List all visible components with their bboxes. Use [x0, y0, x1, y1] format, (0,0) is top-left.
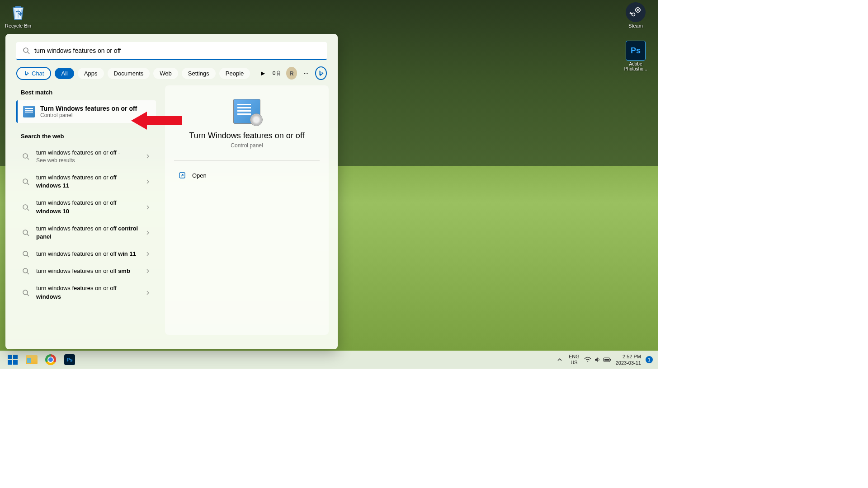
search-icon: [22, 204, 30, 211]
result-detail-pane: Turn Windows features on or off Control …: [165, 85, 329, 335]
control-panel-icon-large: [233, 99, 260, 124]
chevron-right-icon: [145, 179, 151, 184]
taskbar: Ps ENG US 2:52 PM 2023-03-11 1: [0, 351, 658, 369]
steam-icon: [626, 2, 646, 22]
best-match-subtitle: Control panel: [40, 112, 137, 118]
web-result-item[interactable]: turn windows features on or off windows: [16, 280, 156, 305]
tray-expand[interactable]: [555, 352, 564, 367]
search-filters: Chat All Apps Documents Web Settings Peo…: [5, 66, 338, 85]
filter-apps[interactable]: Apps: [78, 68, 104, 79]
svg-line-20: [27, 294, 29, 296]
photoshop-label: Adobe Photosho...: [620, 61, 651, 71]
web-result-item[interactable]: turn windows features on or off control …: [16, 220, 156, 245]
svg-point-17: [23, 268, 28, 273]
filter-all[interactable]: All: [55, 68, 74, 79]
photoshop-shortcut[interactable]: Ps Adobe Photosho...: [620, 41, 651, 71]
steam-label: Steam: [620, 23, 651, 28]
chevron-right-icon: [145, 251, 151, 257]
svg-point-4: [24, 48, 28, 52]
svg-line-8: [27, 158, 29, 160]
start-button[interactable]: [5, 352, 21, 367]
chrome-icon: [45, 354, 56, 365]
recycle-bin-icon: [8, 2, 28, 22]
svg-point-7: [23, 154, 28, 158]
search-icon: [23, 47, 30, 54]
svg-line-14: [27, 234, 29, 236]
svg-point-2: [637, 9, 639, 11]
filter-more-right[interactable]: ▶: [257, 67, 268, 80]
taskbar-explorer[interactable]: [24, 352, 40, 367]
svg-marker-22: [131, 112, 182, 130]
web-result-item[interactable]: turn windows features on or off windows …: [16, 194, 156, 220]
rewards-button[interactable]: 0: [272, 67, 283, 80]
svg-line-16: [27, 255, 29, 257]
chevron-right-icon: [145, 230, 151, 235]
search-icon: [22, 178, 30, 185]
filter-documents[interactable]: Documents: [108, 68, 150, 79]
svg-point-0: [629, 5, 642, 19]
filter-people[interactable]: People: [219, 68, 250, 79]
search-icon: [22, 267, 30, 275]
recycle-bin-label: Recycle Bin: [2, 23, 34, 28]
recycle-bin-shortcut[interactable]: Recycle Bin: [2, 2, 34, 28]
system-tray[interactable]: [584, 357, 611, 363]
taskbar-chrome[interactable]: [42, 352, 59, 367]
web-result-item[interactable]: turn windows features on or off win 11: [16, 245, 156, 263]
more-menu[interactable]: ···: [301, 67, 311, 80]
search-input[interactable]: [34, 47, 321, 54]
volume-icon: [594, 357, 600, 363]
bing-chat-button[interactable]: [315, 66, 327, 80]
detail-title: Turn Windows features on or off: [174, 131, 320, 141]
search-box[interactable]: [16, 42, 327, 60]
open-icon: [179, 172, 186, 179]
svg-point-15: [23, 251, 28, 256]
svg-rect-25: [604, 359, 609, 361]
svg-line-5: [28, 52, 29, 54]
best-match-title: Turn Windows features on or off: [40, 105, 137, 112]
web-result-item[interactable]: turn windows features on or off - See we…: [16, 144, 156, 169]
svg-line-12: [27, 209, 29, 211]
bing-icon: [317, 70, 325, 77]
filter-chat[interactable]: Chat: [16, 67, 51, 80]
battery-icon: [603, 357, 611, 362]
language-indicator[interactable]: ENG US: [569, 354, 580, 366]
chevron-right-icon: [145, 290, 151, 296]
annotation-arrow: [131, 109, 185, 132]
chevron-right-icon: [145, 154, 151, 159]
chevron-right-icon: [145, 268, 151, 274]
svg-line-10: [27, 183, 29, 185]
user-avatar[interactable]: R: [286, 67, 297, 80]
photoshop-icon: Ps: [626, 41, 646, 61]
filter-settings[interactable]: Settings: [182, 68, 216, 79]
taskbar-photoshop[interactable]: Ps: [61, 352, 78, 367]
start-search-panel: Chat All Apps Documents Web Settings Peo…: [5, 34, 338, 349]
svg-point-19: [23, 290, 28, 295]
search-icon: [22, 289, 30, 296]
web-result-item[interactable]: turn windows features on or off smb: [16, 263, 156, 280]
best-match-heading: Best match: [16, 85, 156, 100]
bing-icon: [24, 70, 30, 76]
clock[interactable]: 2:52 PM 2023-03-11: [616, 353, 641, 366]
svg-point-9: [23, 179, 28, 183]
steam-shortcut[interactable]: Steam: [620, 2, 651, 28]
search-icon: [22, 250, 30, 258]
folder-icon: [26, 355, 38, 364]
svg-rect-24: [610, 359, 611, 361]
notification-badge[interactable]: 1: [646, 356, 653, 363]
web-result-item[interactable]: turn windows features on or off windows …: [16, 169, 156, 194]
svg-line-18: [27, 272, 29, 274]
search-icon: [22, 229, 30, 236]
svg-point-11: [23, 205, 28, 209]
open-action[interactable]: Open: [174, 169, 320, 182]
desktop-wallpaper: Recycle Bin Steam Ps Adobe Photosho... C…: [0, 0, 658, 369]
chevron-up-icon: [557, 357, 562, 362]
photoshop-icon: Ps: [64, 354, 75, 365]
wifi-icon: [584, 357, 591, 363]
svg-point-13: [23, 230, 28, 235]
filter-web[interactable]: Web: [153, 68, 178, 79]
chevron-right-icon: [145, 205, 151, 210]
control-panel-icon: [23, 106, 35, 117]
windows-icon: [8, 355, 18, 365]
search-icon: [22, 153, 30, 160]
detail-subtitle: Control panel: [174, 142, 320, 149]
